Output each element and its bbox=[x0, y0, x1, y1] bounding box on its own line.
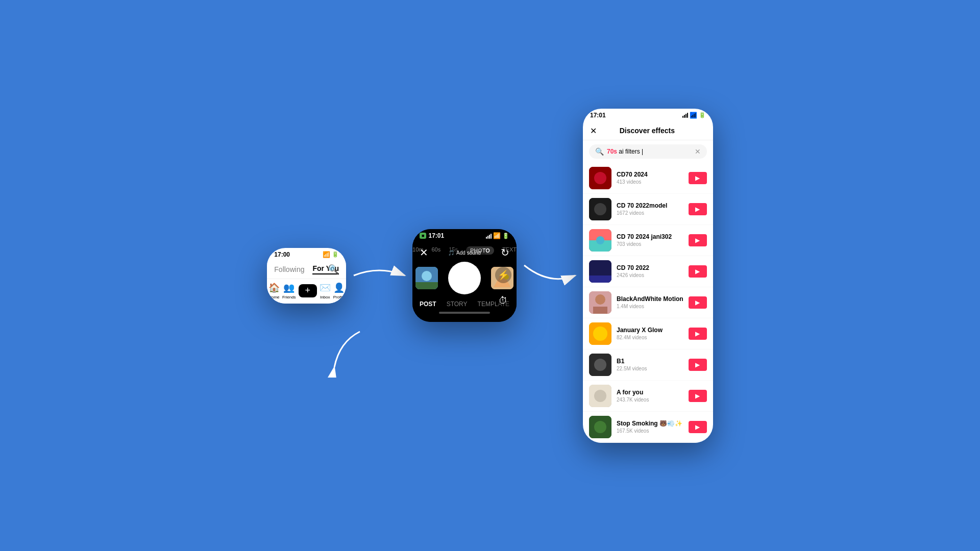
effect-info-8: Stop Smoking 🐻💨✨ 167.5K videos bbox=[617, 420, 683, 434]
time-phone2: 17:01 bbox=[428, 232, 444, 239]
phones-container: 17:00 📶 🔋 Following For You 🔍 bbox=[267, 109, 713, 443]
profile-icon: 👤 bbox=[333, 282, 345, 293]
camera-right-icons: ⚡ ⏱ ✳ 👤 ! bbox=[495, 267, 511, 322]
close-discover-btn[interactable]: ✕ bbox=[590, 126, 597, 136]
effect-item-6: B1 22.5M videos ▶ bbox=[583, 349, 713, 381]
effect-name-6: B1 bbox=[617, 358, 683, 365]
effect-count-7: 243.7K videos bbox=[617, 397, 683, 403]
battery-icon-p3: 🔋 bbox=[699, 112, 706, 118]
svg-point-18 bbox=[594, 203, 606, 215]
gallery-thumb-img bbox=[415, 267, 438, 289]
feed-header: Following For You 🔍 bbox=[267, 260, 346, 279]
effect-thumb-6 bbox=[589, 354, 611, 376]
signal-bars-phone1 bbox=[315, 252, 321, 257]
effect-thumb-0 bbox=[589, 167, 611, 189]
record-btn-3[interactable]: ▶ bbox=[689, 265, 707, 278]
svg-point-16 bbox=[594, 172, 606, 184]
phone3-content: ✕ Discover effects 🔍 70s ai filters | ✕ bbox=[583, 121, 713, 443]
arrow-1-svg bbox=[349, 260, 410, 291]
search-icon-disc: 🔍 bbox=[595, 147, 604, 156]
svg-rect-23 bbox=[589, 276, 611, 283]
search-query[interactable]: 70s ai filters | bbox=[607, 148, 643, 155]
effect-thumb-3 bbox=[589, 260, 611, 283]
close-camera-btn[interactable]: ✕ bbox=[420, 246, 428, 259]
time-phone3: 17:01 bbox=[590, 112, 606, 119]
add-sound-btn[interactable]: 🎵 Add sound bbox=[443, 248, 486, 258]
svg-rect-10 bbox=[415, 282, 438, 289]
effect-thumb-7 bbox=[589, 385, 611, 407]
record-icon-5: ▶ bbox=[695, 330, 700, 337]
shutter-button[interactable] bbox=[448, 262, 481, 294]
record-btn-1[interactable]: ▶ bbox=[689, 203, 707, 215]
discover-header: ✕ Discover effects bbox=[583, 121, 713, 140]
timer-icon[interactable]: ⏱ bbox=[495, 292, 511, 309]
record-btn-6[interactable]: ▶ bbox=[689, 359, 707, 371]
inbox-label: Inbox bbox=[320, 295, 330, 299]
create-button[interactable]: + bbox=[299, 284, 317, 297]
status-icons-phone1: 📶 🔋 bbox=[315, 251, 339, 258]
record-btn-4[interactable]: ▶ bbox=[689, 296, 707, 309]
record-icon-1: ▶ bbox=[695, 206, 700, 213]
flash-icon[interactable]: ⚡ bbox=[495, 267, 511, 283]
record-btn-8[interactable]: ▶ bbox=[689, 421, 707, 433]
music-icon: 🎵 bbox=[448, 250, 454, 256]
effect-count-8: 167.5K videos bbox=[617, 428, 683, 434]
record-icon-2: ▶ bbox=[695, 237, 700, 244]
wifi-icon: 📶 bbox=[323, 251, 330, 258]
camera-top-bar: ✕ 🎵 Add sound ↻ bbox=[412, 241, 517, 264]
effect-thumb-8 bbox=[589, 416, 611, 438]
effect-count-0: 413 videos bbox=[617, 179, 683, 185]
nav-inbox[interactable]: ✉️ Inbox bbox=[320, 282, 331, 299]
effect-count-4: 1.4M videos bbox=[617, 304, 683, 309]
effect-count-5: 82.4M videos bbox=[617, 335, 683, 340]
tab-story[interactable]: STORY bbox=[447, 300, 468, 308]
effect-name-2: CD 70 2024 jani302 bbox=[617, 233, 683, 240]
phone-1-tiktok-feed: 17:00 📶 🔋 Following For You 🔍 bbox=[267, 248, 346, 304]
arrow-down-left-wrapper bbox=[324, 327, 365, 380]
record-btn-7[interactable]: ▶ bbox=[689, 390, 707, 402]
signal-bars-p2 bbox=[486, 233, 492, 239]
svg-point-32 bbox=[594, 390, 606, 402]
effects-icon[interactable]: ✳ bbox=[495, 318, 511, 322]
svg-point-25 bbox=[595, 294, 605, 305]
tab-post[interactable]: POST bbox=[420, 300, 436, 308]
tab-following[interactable]: Following bbox=[274, 265, 304, 273]
nav-create[interactable]: + bbox=[299, 284, 317, 297]
effect-name-7: A for you bbox=[617, 389, 683, 396]
effect-count-2: 703 videos bbox=[617, 241, 683, 247]
svg-point-34 bbox=[594, 421, 606, 433]
effect-name-4: BlackAndWhite Motion bbox=[617, 295, 683, 303]
battery-icon-p2: 🔋 bbox=[502, 233, 509, 239]
home-label: Home bbox=[268, 295, 279, 299]
friends-icon: 👥 bbox=[283, 282, 295, 293]
nav-friends[interactable]: 👥 Friends bbox=[282, 282, 296, 299]
sb4-p3 bbox=[687, 113, 688, 118]
flip-camera-btn[interactable]: ↻ bbox=[501, 246, 509, 259]
record-icon-4: ▶ bbox=[695, 299, 700, 306]
arrow-down-left-svg bbox=[324, 327, 365, 378]
sb3 bbox=[489, 235, 490, 239]
record-btn-2[interactable]: ▶ bbox=[689, 234, 707, 246]
effect-info-4: BlackAndWhite Motion 1.4M videos bbox=[617, 295, 683, 309]
record-btn-0[interactable]: ▶ bbox=[689, 172, 707, 184]
effect-item-0: CD70 2024 413 videos ▶ bbox=[583, 163, 713, 194]
effect-item-8: Stop Smoking 🐻💨✨ 167.5K videos ▶ bbox=[583, 412, 713, 443]
effect-item-3: CD 70 2022 2426 videos ▶ bbox=[583, 256, 713, 287]
effect-item-2: CD 70 2024 jani302 703 videos ▶ bbox=[583, 225, 713, 256]
gallery-thumbnail[interactable] bbox=[415, 267, 438, 289]
search-icon[interactable]: 🔍 bbox=[328, 264, 339, 275]
clear-search-btn[interactable]: ✕ bbox=[695, 147, 701, 156]
svg-point-30 bbox=[594, 359, 606, 371]
time-phone1: 17:00 bbox=[274, 251, 290, 258]
effect-item-5: January X Glow 82.4M videos ▶ bbox=[583, 318, 713, 349]
signal-bars-p3 bbox=[682, 112, 688, 118]
phone-2-camera: ■ 17:01 📶 🔋 ✕ 🎵 bbox=[412, 229, 517, 322]
record-btn-5[interactable]: ▶ bbox=[689, 328, 707, 340]
sb2 bbox=[487, 236, 488, 239]
arrow-1-wrapper bbox=[346, 224, 412, 327]
nav-home[interactable]: 🏠 Home bbox=[268, 282, 280, 299]
effect-name-0: CD70 2024 bbox=[617, 171, 683, 178]
svg-rect-26 bbox=[593, 307, 607, 314]
nav-profile[interactable]: 👤 Profile bbox=[333, 282, 345, 299]
effects-search-bar[interactable]: 🔍 70s ai filters | ✕ bbox=[589, 144, 707, 159]
